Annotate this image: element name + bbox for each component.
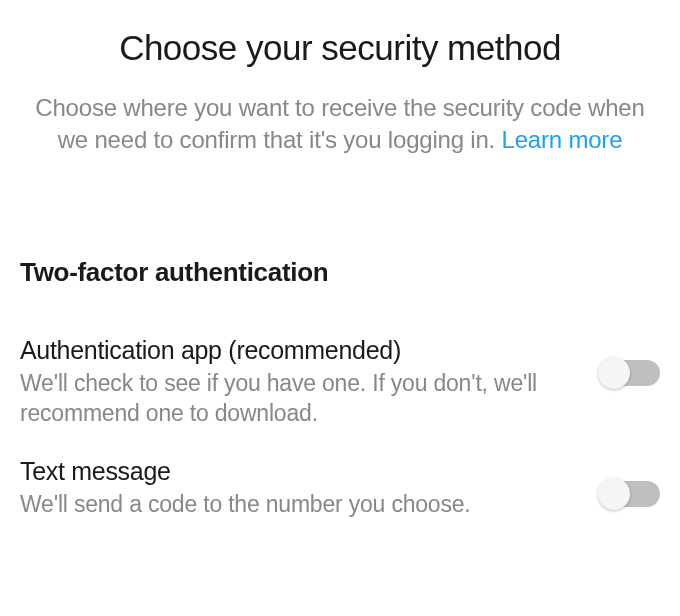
auth-app-title: Authentication app (recommended) <box>20 336 580 365</box>
text-message-option: Text message We'll send a code to the nu… <box>20 457 660 520</box>
page-title: Choose your security method <box>28 28 652 68</box>
text-message-toggle[interactable] <box>600 481 660 507</box>
header: Choose your security method Choose where… <box>0 0 680 157</box>
two-factor-section: Two-factor authentication Authentication… <box>0 257 680 520</box>
text-message-title: Text message <box>20 457 580 486</box>
option-text: Text message We'll send a code to the nu… <box>20 457 600 520</box>
security-settings-screen: Choose your security method Choose where… <box>0 0 680 519</box>
text-message-desc: We'll send a code to the number you choo… <box>20 490 580 520</box>
page-subtitle: Choose where you want to receive the sec… <box>28 92 652 157</box>
learn-more-link[interactable]: Learn more <box>502 124 623 156</box>
option-text: Authentication app (recommended) We'll c… <box>20 336 600 429</box>
toggle-knob <box>598 478 630 510</box>
auth-app-desc: We'll check to see if you have one. If y… <box>20 369 580 429</box>
auth-app-toggle[interactable] <box>600 360 660 386</box>
auth-app-option: Authentication app (recommended) We'll c… <box>20 336 660 429</box>
section-title: Two-factor authentication <box>20 257 660 288</box>
toggle-knob <box>598 357 630 389</box>
